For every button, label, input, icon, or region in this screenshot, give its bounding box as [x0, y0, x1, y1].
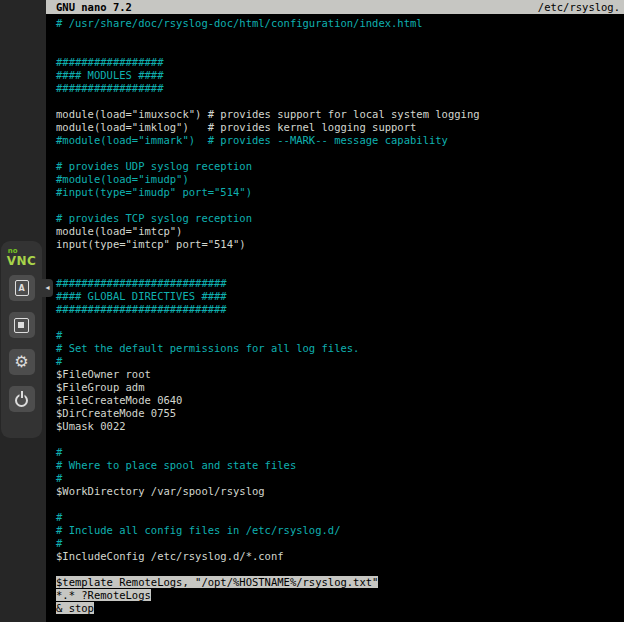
- clipboard-button[interactable]: A: [9, 275, 35, 301]
- editor-line: #: [56, 329, 624, 342]
- editor-line: [56, 251, 624, 264]
- editor-line: [56, 43, 624, 56]
- editor-line: module(load="imklog") # provides kernel …: [56, 121, 624, 134]
- editor-line: [56, 498, 624, 511]
- novnc-control-bar: no VNC A ⚙: [1, 241, 42, 438]
- control-bar-handle[interactable]: ◂: [42, 279, 53, 297]
- nano-file-path: /etc/rsyslog.: [538, 0, 620, 14]
- editor-line: module(load="imuxsock") # provides suppo…: [56, 108, 624, 121]
- editor-line: module(load="imtcp"): [56, 225, 624, 238]
- editor-line: $IncludeConfig /etc/rsyslog.d/*.conf: [56, 550, 624, 563]
- novnc-logo-vnc: VNC: [7, 255, 37, 267]
- fullscreen-button[interactable]: [9, 312, 35, 338]
- editor-line: # provides TCP syslog reception: [56, 212, 624, 225]
- editor-line: # Where to place spool and state files: [56, 459, 624, 472]
- editor-line: $FileOwner root: [56, 368, 624, 381]
- editor-line: [56, 563, 624, 576]
- editor-line: ###########################: [56, 303, 624, 316]
- clipboard-icon: A: [15, 280, 29, 296]
- editor-line: #### GLOBAL DIRECTIVES ####: [56, 290, 624, 303]
- editor-line: #### MODULES ####: [56, 69, 624, 82]
- editor-line: #input(type="imudp" port="514"): [56, 186, 624, 199]
- editor-line: $FileGroup adm: [56, 381, 624, 394]
- editor-line: #: [56, 537, 624, 550]
- editor-line: $Umask 0022: [56, 420, 624, 433]
- nano-app-title: GNU nano 7.2: [56, 0, 132, 14]
- editor-line: # Include all config files in /etc/rsysl…: [56, 524, 624, 537]
- editor-line: #: [56, 446, 624, 459]
- editor-line: & stop: [56, 602, 624, 615]
- nano-titlebar: GNU nano 7.2 /etc/rsyslog.: [46, 0, 624, 14]
- editor-line: [56, 199, 624, 212]
- editor-content[interactable]: # /usr/share/doc/rsyslog-doc/html/config…: [46, 14, 624, 615]
- settings-button[interactable]: ⚙: [9, 349, 35, 375]
- editor-line: # Set the default permissions for all lo…: [56, 342, 624, 355]
- editor-line: *.* ?RemoteLogs: [56, 589, 624, 602]
- editor-line: [56, 264, 624, 277]
- editor-line: $template RemoteLogs, "/opt/%HOSTNAME%/r…: [56, 576, 624, 589]
- editor-line: input(type="imtcp" port="514"): [56, 238, 624, 251]
- editor-line: #module(load="imudp"): [56, 173, 624, 186]
- editor-line: #: [56, 355, 624, 368]
- editor-line: # provides UDP syslog reception: [56, 160, 624, 173]
- editor-line: #################: [56, 56, 624, 69]
- editor-line: $WorkDirectory /var/spool/rsyslog: [56, 485, 624, 498]
- editor-line: $DirCreateMode 0755: [56, 407, 624, 420]
- editor-line: #module(load="immark") # provides --MARK…: [56, 134, 624, 147]
- gear-icon: ⚙: [14, 354, 28, 370]
- editor-line: #################: [56, 82, 624, 95]
- editor-line: # /usr/share/doc/rsyslog-doc/html/config…: [56, 17, 624, 30]
- fullscreen-icon: [14, 318, 29, 333]
- editor-line: [56, 95, 624, 108]
- editor-line: #: [56, 472, 624, 485]
- power-icon: [15, 394, 28, 407]
- editor-line: #: [56, 511, 624, 524]
- editor-line: [56, 30, 624, 43]
- editor-line: [56, 147, 624, 160]
- editor-line: ###########################: [56, 277, 624, 290]
- editor-line: [56, 316, 624, 329]
- editor-line: [56, 433, 624, 446]
- terminal-window[interactable]: GNU nano 7.2 /etc/rsyslog. # /usr/share/…: [46, 0, 624, 622]
- editor-line: $FileCreateMode 0640: [56, 394, 624, 407]
- novnc-logo: no VNC: [7, 248, 37, 267]
- power-button[interactable]: [9, 386, 35, 412]
